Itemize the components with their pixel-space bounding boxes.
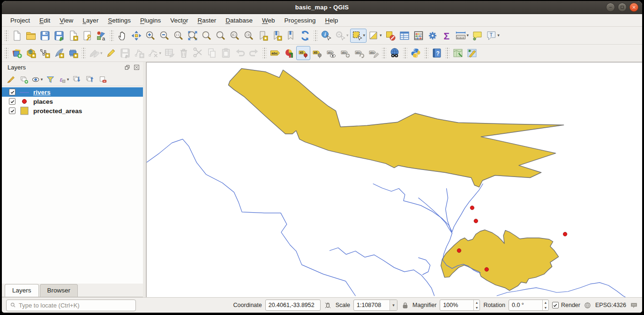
toolbar-handle[interactable] <box>4 30 8 41</box>
toolbar-handle[interactable] <box>82 47 86 59</box>
redo-button[interactable] <box>247 46 261 60</box>
menu-database[interactable]: Database <box>221 15 257 26</box>
locator-bar[interactable] <box>6 300 136 311</box>
python-console-button[interactable] <box>409 46 423 60</box>
show-bookmark-manager-button[interactable] <box>284 29 298 43</box>
dropdown-arrow-icon[interactable]: ▾ <box>497 33 500 38</box>
menu-layer[interactable]: Layer <box>78 15 103 26</box>
measure-line-button[interactable]: ▾ <box>454 29 471 43</box>
dropdown-arrow-icon[interactable]: ▾ <box>41 77 43 82</box>
panel-splitter[interactable] <box>143 62 146 297</box>
minimize-button[interactable] <box>606 3 615 12</box>
pan-to-selection-button[interactable] <box>129 29 143 43</box>
layer-visibility-checkbox[interactable] <box>9 108 15 114</box>
save-layer-edits-button[interactable] <box>118 46 132 60</box>
dropdown-arrow-icon[interactable]: ▾ <box>346 33 349 38</box>
zoom-to-layer-button[interactable] <box>214 29 228 43</box>
menu-project[interactable]: Project <box>6 15 35 26</box>
change-label-button[interactable]: abc <box>367 46 381 60</box>
toggle-editing-button[interactable] <box>104 46 118 60</box>
extents-toggle-icon[interactable] <box>324 301 332 309</box>
help-contents-button[interactable]: ? <box>430 46 444 60</box>
layer-visibility-checkbox[interactable] <box>9 89 15 95</box>
crs-globe-icon[interactable] <box>584 301 592 309</box>
plugin-sketch-tool-button[interactable] <box>465 46 479 60</box>
new-spatial-bookmark-button[interactable] <box>256 29 270 43</box>
identify-features-button[interactable]: i <box>319 29 333 43</box>
refresh-button[interactable] <box>298 29 312 43</box>
vertex-tool-button[interactable]: ▾ <box>146 46 163 60</box>
toolbar-handle[interactable] <box>424 47 428 59</box>
collapse-all-button[interactable] <box>83 74 96 85</box>
zoom-full-button[interactable] <box>186 29 200 43</box>
close-button[interactable] <box>629 3 638 12</box>
layer-row-rivers[interactable]: rivers <box>2 87 143 97</box>
select-features-by-value-button[interactable]: ▾ <box>367 29 383 43</box>
save-project-as-button[interactable] <box>52 29 66 43</box>
filter-legend-by-expression-button[interactable]: ε▾ <box>57 74 69 85</box>
delete-selected-button[interactable] <box>177 46 191 60</box>
paste-features-button[interactable] <box>219 46 233 60</box>
layer-row-places[interactable]: places <box>2 97 143 106</box>
rotation-input[interactable] <box>509 302 542 308</box>
layer-visibility-checkbox[interactable] <box>9 98 15 105</box>
select-features-button[interactable]: ▾ <box>350 29 367 43</box>
show-layout-manager-button[interactable] <box>80 29 94 43</box>
magnifier-spinbox[interactable]: ▲▼ <box>440 300 480 311</box>
panel-float-icon[interactable] <box>123 64 131 71</box>
dropdown-arrow-icon[interactable]: ▾ <box>67 77 69 82</box>
modify-attributes-button[interactable] <box>163 46 177 60</box>
rotation-up-icon[interactable]: ▲ <box>543 300 548 305</box>
open-project-button[interactable] <box>24 29 38 43</box>
show-hide-labels-button[interactable]: abc <box>324 46 338 60</box>
add-group-button[interactable] <box>18 74 30 85</box>
toolbar-handle[interactable] <box>314 30 318 41</box>
pan-map-button[interactable] <box>115 29 129 43</box>
title-bar[interactable]: basic_map - QGIS <box>2 1 642 14</box>
add-feature-button[interactable] <box>132 46 146 60</box>
new-project-button[interactable] <box>10 29 24 43</box>
cut-features-button[interactable] <box>191 46 205 60</box>
panel-close-icon[interactable] <box>133 64 140 71</box>
new-geopackage-layer-button[interactable] <box>24 46 38 60</box>
show-spatial-bookmarks-button[interactable] <box>270 29 284 43</box>
dropdown-arrow-icon[interactable]: ▾ <box>159 51 162 55</box>
maximize-button[interactable] <box>618 3 627 12</box>
magnifier-down-icon[interactable]: ▼ <box>474 305 479 310</box>
filter-legend-button[interactable] <box>44 74 56 85</box>
pin-unpin-labels-button[interactable]: ab <box>296 46 310 60</box>
move-label-button[interactable]: abc <box>338 46 352 60</box>
menu-edit[interactable]: Edit <box>35 15 55 26</box>
lock-scale-icon[interactable] <box>401 301 409 309</box>
style-manager-button[interactable]: a <box>94 29 108 43</box>
manage-map-themes-button[interactable]: ▾ <box>31 74 43 85</box>
text-annotation-button[interactable]: T▾ <box>484 29 501 43</box>
toolbar-handle[interactable] <box>262 47 267 59</box>
expand-all-button[interactable] <box>70 74 82 85</box>
menu-vector[interactable]: Vector <box>165 15 193 26</box>
dropdown-arrow-icon[interactable]: ▾ <box>380 33 382 38</box>
menu-help[interactable]: Help <box>320 15 343 26</box>
crs-status[interactable]: EPSG:4326 <box>595 302 626 308</box>
render-checkbox[interactable]: Render <box>552 302 580 308</box>
zoom-to-selection-button[interactable] <box>200 29 214 43</box>
zoom-in-button[interactable] <box>143 29 157 43</box>
map-tips-button[interactable] <box>470 29 484 43</box>
locator-input[interactable] <box>19 302 132 309</box>
magnifier-input[interactable] <box>440 302 473 308</box>
open-layer-styling-panel-button[interactable] <box>5 74 17 85</box>
menu-settings[interactable]: Settings <box>103 15 135 26</box>
remove-layer-group-button[interactable] <box>97 74 109 85</box>
rotation-down-icon[interactable]: ▼ <box>543 305 548 310</box>
toolbar-handle[interactable] <box>4 47 8 59</box>
save-project-button[interactable] <box>38 29 52 43</box>
processing-toolbox-button[interactable] <box>426 29 440 43</box>
layer-row-protected_areas[interactable]: protected_areas <box>2 106 143 115</box>
zoom-native-button[interactable]: 1:1 <box>172 29 186 43</box>
map-view[interactable] <box>146 62 642 297</box>
new-spatialite-layer-button[interactable] <box>52 46 66 60</box>
run-feature-action-button[interactable]: ▾ <box>333 29 350 43</box>
layer-labeling-options-button[interactable]: abc <box>268 46 282 60</box>
rotation-spinbox[interactable]: ▲▼ <box>509 300 549 311</box>
dropdown-arrow-icon[interactable]: ▾ <box>100 51 103 55</box>
